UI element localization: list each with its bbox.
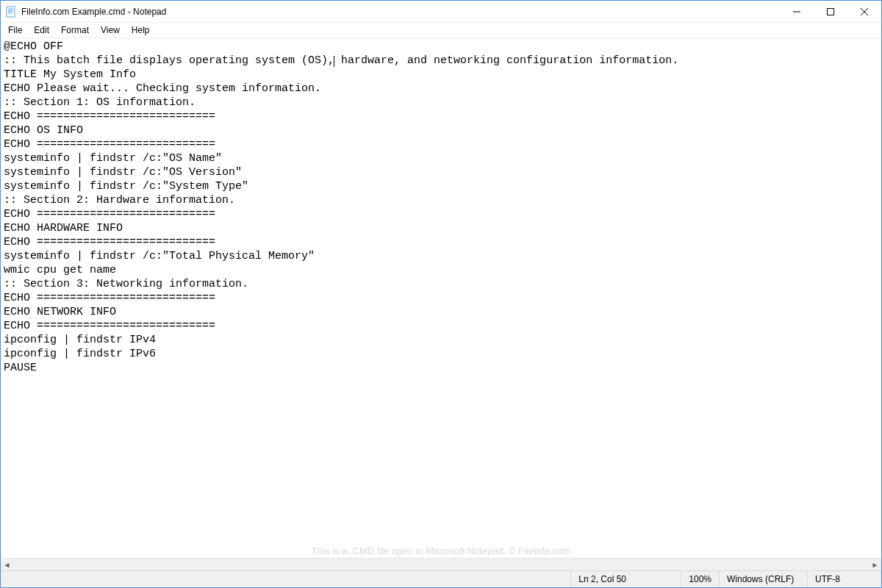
title-bar: FileInfo.com Example.cmd - Notepad <box>1 1 881 23</box>
status-spacer <box>1 571 571 587</box>
menu-help[interactable]: Help <box>126 24 156 37</box>
menu-view[interactable]: View <box>95 24 126 37</box>
scroll-left-icon[interactable]: ◄ <box>1 559 13 571</box>
window-title: FileInfo.com Example.cmd - Notepad <box>21 7 780 17</box>
status-line-ending: Windows (CRLF) <box>720 571 808 587</box>
horizontal-scrollbar[interactable]: ◄ ► <box>1 558 881 570</box>
window-controls <box>780 1 881 22</box>
text-editor[interactable]: @ECHO OFF :: This batch file displays op… <box>1 38 881 558</box>
svg-rect-6 <box>828 8 834 15</box>
menu-bar: File Edit Format View Help <box>1 23 881 38</box>
menu-file[interactable]: File <box>2 24 28 37</box>
menu-edit[interactable]: Edit <box>28 24 55 37</box>
menu-format[interactable]: Format <box>55 24 95 37</box>
status-position: Ln 2, Col 50 <box>571 571 681 587</box>
app-icon <box>5 6 17 18</box>
editor-container: @ECHO OFF :: This batch file displays op… <box>1 38 881 570</box>
status-encoding: UTF-8 <box>808 571 881 587</box>
scroll-right-icon[interactable]: ► <box>869 559 881 571</box>
minimize-button[interactable] <box>780 1 814 22</box>
status-zoom: 100% <box>681 571 720 587</box>
scroll-track[interactable] <box>13 559 869 570</box>
close-button[interactable] <box>847 1 881 22</box>
status-bar: Ln 2, Col 50 100% Windows (CRLF) UTF-8 <box>1 570 881 587</box>
maximize-button[interactable] <box>814 1 847 22</box>
